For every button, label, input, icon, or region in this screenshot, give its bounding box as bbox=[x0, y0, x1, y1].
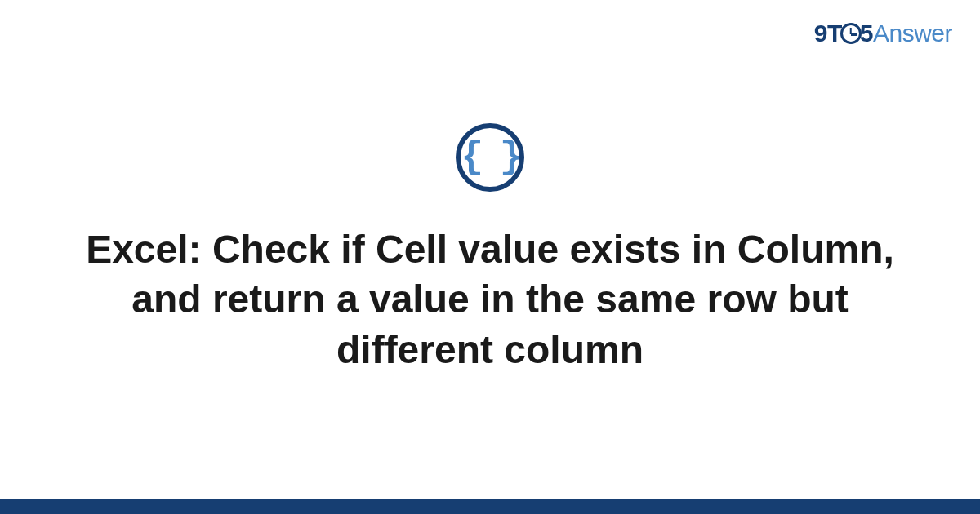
footer-accent-bar bbox=[0, 499, 980, 514]
main-content: { } Excel: Check if Cell value exists in… bbox=[0, 0, 980, 514]
page-title: Excel: Check if Cell value exists in Col… bbox=[74, 224, 906, 374]
braces-icon: { } bbox=[461, 139, 519, 176]
category-icon-circle: { } bbox=[456, 123, 524, 192]
